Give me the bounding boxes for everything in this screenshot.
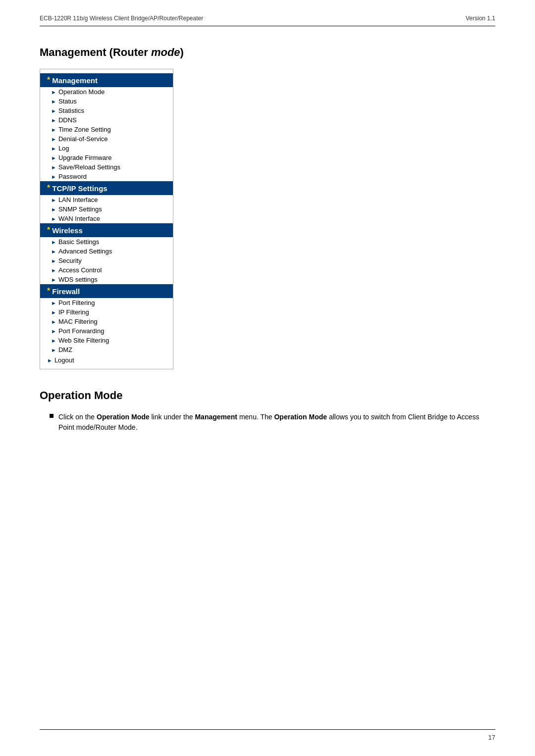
menu-category-management: * Management — [40, 73, 173, 87]
arrow-icon: ► — [51, 300, 56, 306]
arrow-icon: ► — [51, 174, 56, 180]
menu-item-label: DMZ — [58, 346, 72, 353]
page-container: ECB-1220R 11b/g Wireless Client Bridge/A… — [0, 0, 535, 756]
section1-title-end: ) — [180, 46, 184, 58]
menu-category-firewall: * Firewall — [40, 284, 173, 298]
menu-item-label: Log — [58, 145, 69, 152]
arrow-icon: ► — [51, 239, 56, 245]
arrow-icon: ► — [51, 155, 56, 161]
arrow-icon: ► — [51, 319, 56, 325]
bullet-item-1: Click on the Operation Mode link under t… — [50, 412, 495, 433]
arrow-icon: ► — [51, 267, 56, 273]
menu-item-snmp-settings[interactable]: ► SNMP Settings — [40, 204, 173, 214]
menu-item-lan-interface[interactable]: ► LAN Interface — [40, 195, 173, 204]
footer-bar: 17 — [40, 729, 495, 741]
menu-item-label: DDNS — [58, 116, 77, 124]
menu-item-logout-label: Logout — [54, 356, 74, 364]
menu-item-basic-settings[interactable]: ► Basic Settings — [40, 237, 173, 247]
asterisk-tcpip: * — [47, 184, 50, 193]
menu-item-ddns[interactable]: ► DDNS — [40, 115, 173, 125]
arrow-icon: ► — [51, 249, 56, 254]
menu-item-access-control[interactable]: ► Access Control — [40, 265, 173, 275]
menu-item-label: SNMP Settings — [58, 205, 102, 213]
menu-item-label: Denial-of-Service — [58, 135, 108, 143]
menu-item-label: Security — [58, 257, 82, 264]
arrow-icon: ► — [51, 89, 56, 95]
section1-title-start: Management (Router — [40, 46, 151, 58]
menu-category-firewall-label: Firewall — [52, 287, 80, 296]
menu-item-label: Upgrade Firmware — [58, 154, 112, 161]
arrow-icon: ► — [47, 357, 53, 363]
arrow-icon: ► — [51, 136, 56, 142]
menu-item-label: WAN Interface — [58, 215, 100, 222]
section1-title-italic: mode — [151, 46, 180, 58]
arrow-icon: ► — [51, 328, 56, 334]
menu-item-statistics[interactable]: ► Statistics — [40, 106, 173, 115]
menu-category-management-label: Management — [52, 76, 98, 85]
header-right: Version 1.1 — [466, 15, 495, 22]
arrow-icon: ► — [51, 164, 56, 170]
menu-item-advanced-settings[interactable]: ► Advanced Settings — [40, 247, 173, 256]
arrow-icon: ► — [51, 258, 56, 264]
menu-item-label: LAN Interface — [58, 196, 98, 203]
menu-item-web-site-filtering[interactable]: ► Web Site Filtering — [40, 336, 173, 345]
menu-item-timezone[interactable]: ► Time Zone Setting — [40, 125, 173, 134]
menu-item-label: WDS settings — [58, 276, 98, 283]
bullet-square — [50, 414, 54, 418]
arrow-icon: ► — [51, 309, 56, 315]
menu-item-security[interactable]: ► Security — [40, 256, 173, 265]
menu-item-ip-filtering[interactable]: ► IP Filtering — [40, 307, 173, 317]
menu-item-label: Time Zone Setting — [58, 126, 111, 133]
arrow-icon: ► — [51, 117, 56, 123]
menu-category-wireless-label: Wireless — [52, 226, 83, 235]
section1-heading: Management (Router mode) — [40, 46, 495, 59]
arrow-icon: ► — [51, 338, 56, 344]
menu-item-log[interactable]: ► Log — [40, 144, 173, 153]
arrow-icon: ► — [51, 99, 56, 104]
menu-item-status[interactable]: ► Status — [40, 97, 173, 106]
bullet-text-1: Click on the Operation Mode link under t… — [58, 412, 495, 433]
menu-item-password[interactable]: ► Password — [40, 172, 173, 181]
menu-item-port-filtering[interactable]: ► Port Filtering — [40, 298, 173, 307]
menu-item-label: Web Site Filtering — [58, 337, 109, 344]
menu-item-label: Advanced Settings — [58, 248, 112, 255]
menu-item-label: Access Control — [58, 266, 102, 274]
header-bar: ECB-1220R 11b/g Wireless Client Bridge/A… — [40, 15, 495, 26]
menu-item-dos[interactable]: ► Denial-of-Service — [40, 134, 173, 144]
menu-item-label: IP Filtering — [58, 308, 89, 316]
menu-category-tcpip-label: TCP/IP Settings — [52, 184, 107, 193]
menu-item-label: MAC Filtering — [58, 318, 98, 325]
arrow-icon: ► — [51, 277, 56, 283]
arrow-icon: ► — [51, 108, 56, 114]
menu-item-operation-mode[interactable]: ► Operation Mode — [40, 87, 173, 97]
section2-heading: Operation Mode — [40, 389, 495, 402]
menu-item-save-reload[interactable]: ► Save/Reload Settings — [40, 162, 173, 172]
arrow-icon: ► — [51, 347, 56, 353]
menu-item-wan-interface[interactable]: ► WAN Interface — [40, 214, 173, 223]
arrow-icon: ► — [51, 127, 56, 133]
menu-item-upgrade-firmware[interactable]: ► Upgrade Firmware — [40, 153, 173, 162]
asterisk-firewall: * — [47, 287, 50, 296]
asterisk-management: * — [47, 76, 50, 85]
header-left: ECB-1220R 11b/g Wireless Client Bridge/A… — [40, 15, 203, 22]
menu-box: * Management ► Operation Mode ► Status ►… — [40, 69, 173, 369]
arrow-icon: ► — [51, 206, 56, 212]
menu-category-wireless: * Wireless — [40, 223, 173, 237]
menu-item-label: Statistics — [58, 107, 84, 114]
menu-item-mac-filtering[interactable]: ► MAC Filtering — [40, 317, 173, 326]
arrow-icon: ► — [51, 216, 56, 222]
menu-item-label: Port Filtering — [58, 299, 95, 306]
menu-item-label: Basic Settings — [58, 238, 99, 246]
menu-item-label: Operation Mode — [58, 88, 105, 96]
menu-item-port-forwarding[interactable]: ► Port Forwarding — [40, 326, 173, 336]
arrow-icon: ► — [51, 197, 56, 203]
menu-item-dmz[interactable]: ► DMZ — [40, 345, 173, 354]
menu-item-label: Password — [58, 173, 87, 180]
menu-item-wds-settings[interactable]: ► WDS settings — [40, 275, 173, 284]
menu-category-tcpip: * TCP/IP Settings — [40, 181, 173, 195]
bullet-section: Click on the Operation Mode link under t… — [40, 412, 495, 433]
arrow-icon: ► — [51, 146, 56, 151]
menu-item-logout[interactable]: ► Logout — [40, 354, 173, 365]
page-number: 17 — [488, 734, 495, 741]
asterisk-wireless: * — [47, 226, 50, 235]
